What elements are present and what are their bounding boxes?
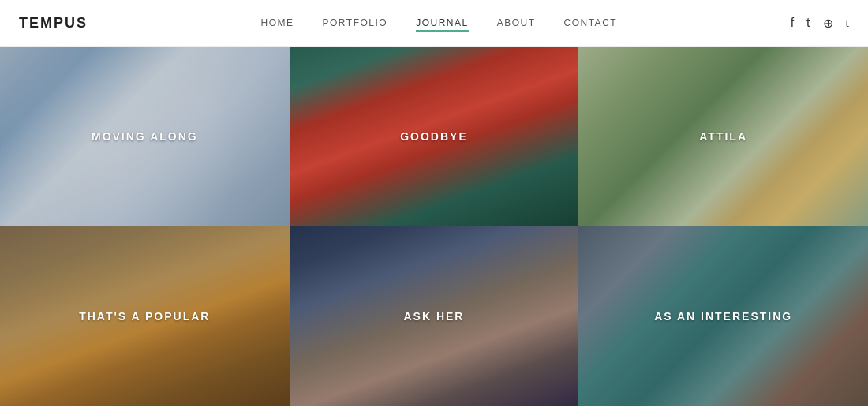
grid-item-interesting[interactable]: AS AN INTERESTING xyxy=(578,226,868,406)
logo: TEMPUS xyxy=(19,15,88,32)
facebook-icon[interactable]: f xyxy=(791,16,794,30)
grid-item-label-attila: ATTILA xyxy=(699,130,747,143)
grid-item-goodbye[interactable]: GOODBYE xyxy=(290,47,579,226)
grid-item-label-goodbye: GOODBYE xyxy=(400,130,468,143)
grid-item-label-popular: THAT'S A POPULAR xyxy=(79,310,210,323)
header: TEMPUS HOMEPORTFOLIOJOURNALABOUTCONTACT … xyxy=(0,0,868,47)
grid-item-label-moving-along: MOVING ALONG xyxy=(92,130,198,143)
nav-item-about[interactable]: ABOUT xyxy=(497,17,536,28)
nav-item-journal[interactable]: JOURNAL xyxy=(416,17,469,28)
grid-item-ask-her[interactable]: ASK HER xyxy=(290,226,579,406)
grid-item-moving-along[interactable]: MOVING ALONG xyxy=(0,47,290,226)
grid-item-popular[interactable]: THAT'S A POPULAR xyxy=(0,226,290,406)
nav-item-portfolio[interactable]: PORTFOLIO xyxy=(323,17,388,28)
grid-item-label-ask-her: ASK HER xyxy=(403,310,464,323)
social-icons: f t ⊕ t xyxy=(791,16,849,31)
tumblr-icon[interactable]: t xyxy=(846,16,849,30)
main-nav: HOMEPORTFOLIOJOURNALABOUTCONTACT xyxy=(261,17,618,28)
grid-item-label-interesting: AS AN INTERESTING xyxy=(654,310,792,323)
journal-grid: MOVING ALONGGOODBYEATTILATHAT'S A POPULA… xyxy=(0,47,868,406)
nav-item-home[interactable]: HOME xyxy=(261,17,294,28)
grid-item-attila[interactable]: ATTILA xyxy=(578,47,868,226)
nav-item-contact[interactable]: CONTACT xyxy=(564,17,618,28)
dribbble-icon[interactable]: ⊕ xyxy=(823,16,833,31)
photo-grid: MOVING ALONGGOODBYEATTILATHAT'S A POPULA… xyxy=(0,47,868,406)
twitter-icon[interactable]: t xyxy=(806,16,810,30)
